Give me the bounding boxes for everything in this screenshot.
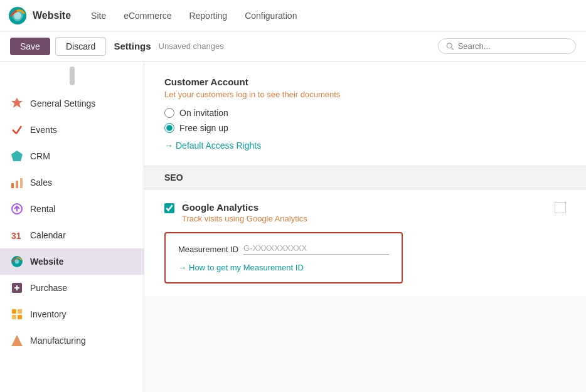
rental-icon [10,202,24,216]
sidebar-item-events[interactable]: Events [0,117,144,143]
app-logo [8,6,28,26]
radio-on-invitation-input[interactable] [164,108,174,118]
sidebar-label-manufacturing: Manufacturing [30,336,86,346]
nav-ecommerce[interactable]: eCommerce [116,7,179,24]
website-icon [10,255,24,268]
sidebar: General Settings Events CRM [0,61,144,392]
unsaved-indicator: Unsaved changes [159,41,224,51]
svg-marker-7 [11,151,23,161]
measurement-link[interactable]: → How to get my Measurement ID [178,263,389,272]
radio-free-sign-up-input[interactable] [164,123,174,133]
sidebar-item-rental[interactable]: Rental [0,196,144,222]
seo-header: SEO [144,166,586,189]
sidebar-label-calendar: Calendar [30,230,66,240]
sidebar-label-general-settings: General Settings [30,98,95,109]
top-nav: Website Site eCommerce Reporting Configu… [0,0,586,31]
customer-account-section: Customer Account Let your customers log … [144,61,586,166]
search-icon [446,42,454,51]
sidebar-item-inventory[interactable]: Inventory [0,301,144,327]
measurement-link-arrow: → [178,263,186,272]
sidebar-item-general-settings[interactable]: General Settings [0,90,144,117]
inventory-icon [10,307,24,321]
sidebar-item-calendar[interactable]: 31 Calendar [0,222,144,248]
nav-site[interactable]: Site [83,7,114,24]
toolbar-title: Settings [114,41,151,51]
nav-reporting[interactable]: Reporting [181,7,235,24]
radio-on-invitation[interactable]: On invitation [164,108,566,118]
radio-free-sign-up[interactable]: Free sign up [164,123,566,133]
svg-rect-21 [12,315,16,319]
sidebar-label-events: Events [30,125,57,135]
extra-checkbox[interactable] [555,202,566,213]
sidebar-label-purchase: Purchase [30,283,67,293]
sidebar-item-website[interactable]: Website [0,248,144,275]
google-analytics-title: Google Analytics [182,202,547,213]
measurement-value: G-XXXXXXXXXX [243,243,389,255]
default-access-rights-link[interactable]: → Default Access Rights [164,140,566,151]
nav-configuration[interactable]: Configuration [237,7,304,24]
content-area: Customer Account Let your customers log … [144,61,586,392]
svg-point-2 [447,43,452,48]
search-box[interactable] [438,38,576,54]
crm-icon [10,149,24,163]
seo-title: SEO [164,172,183,183]
svg-line-6 [16,126,21,134]
svg-rect-9 [16,181,18,188]
svg-marker-23 [11,335,23,346]
save-button[interactable]: Save [10,38,50,55]
seo-content: Google Analytics Track visits using Goog… [144,189,586,296]
sales-icon [10,176,24,189]
svg-text:31: 31 [11,231,21,241]
svg-rect-8 [11,183,14,188]
sidebar-item-sales[interactable]: Sales [0,169,144,196]
sidebar-label-rental: Rental [30,204,55,214]
svg-rect-22 [18,315,22,319]
sidebar-label-crm: CRM [30,151,50,161]
sidebar-label-inventory: Inventory [30,309,67,319]
purchase-icon [10,281,24,295]
svg-rect-10 [20,178,23,188]
account-options: On invitation Free sign up [164,108,566,133]
google-analytics-row: Google Analytics Track visits using Goog… [164,202,566,223]
customer-account-desc: Let your customers log in to see their d… [164,90,566,99]
arrow-icon: → [164,140,173,151]
google-analytics-desc: Track visits using Google Analytics [182,214,547,223]
calendar-icon: 31 [10,228,24,242]
svg-point-15 [15,260,19,264]
sidebar-item-purchase[interactable]: Purchase [0,275,144,301]
sidebar-label-sales: Sales [30,177,52,188]
radio-on-invitation-label: On invitation [179,108,228,118]
svg-line-3 [451,47,454,50]
sidebar-item-crm[interactable]: CRM [0,143,144,169]
app-name: Website [33,10,71,21]
main-layout: General Settings Events CRM [0,61,586,392]
measurement-row: Measurement ID G-XXXXXXXXXX [178,243,389,257]
svg-rect-19 [12,309,16,314]
customer-account-title: Customer Account [164,77,566,87]
toolbar: Save Discard Settings Unsaved changes [0,31,586,61]
default-access-link-text: Default Access Rights [176,140,261,151]
measurement-label: Measurement ID [178,243,238,257]
measurement-link-text: How to get my Measurement ID [189,263,304,272]
svg-rect-20 [18,309,22,314]
search-input[interactable] [458,41,568,51]
google-analytics-checkbox[interactable] [164,203,174,213]
general-settings-icon [10,97,24,110]
sidebar-label-website: Website [30,257,63,267]
radio-free-sign-up-label: Free sign up [179,123,228,133]
discard-button[interactable]: Discard [55,37,106,56]
sidebar-item-manufacturing[interactable]: Manufacturing [0,327,144,354]
manufacturing-icon [10,334,24,347]
events-icon [10,123,24,137]
google-analytics-info: Google Analytics Track visits using Goog… [182,202,547,223]
measurement-box: Measurement ID G-XXXXXXXXXX → How to get… [164,232,403,283]
svg-marker-4 [11,98,23,108]
